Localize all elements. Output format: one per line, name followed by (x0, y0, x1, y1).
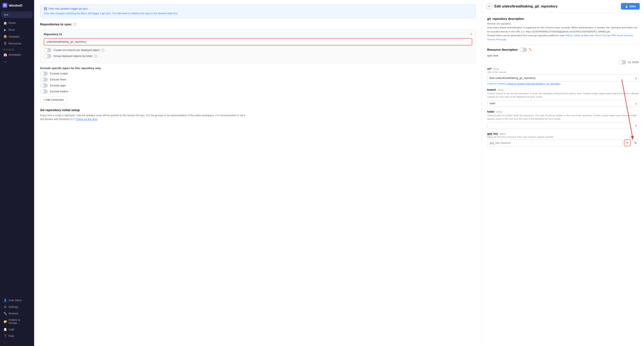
sidebar-item-schedules[interactable]: 📅 Schedules (1, 52, 33, 58)
sidebar-home-label: Home (8, 22, 16, 24)
desc-line-3: Scoped token can be generated from most … (487, 34, 639, 42)
sidebar-add-trigger[interactable]: ＋ (1, 58, 33, 65)
gpg-refresh-button[interactable]: ↻ (632, 140, 639, 146)
sync-test-label: sync test (487, 54, 639, 57)
sidebar-schedules-label: Schedules (8, 53, 21, 56)
home-icon: 🏠 (4, 21, 7, 25)
gpg-key-sublabel: Optional GPG Key resource if the repo re… (487, 136, 639, 138)
exclude-scripts-row: Exclude scripts (40, 72, 476, 76)
exclude-folders-row: Exclude folders (40, 90, 476, 94)
folder-dollar-icon: $ (635, 124, 637, 127)
github-link[interactable]: Github (565, 34, 572, 37)
folder-field-group: folder string Optional path to a folder … (487, 110, 639, 129)
git-setup-section: Git repository initial setup Every time … (40, 108, 476, 121)
sidebar-help-label: Help (8, 334, 14, 338)
sidebar-logo: W Windmill (0, 0, 34, 11)
gpg-add-button[interactable]: + (624, 140, 631, 146)
sidebar-user-label: User (alex) (8, 299, 22, 302)
sidebar: W Windmill test 🏠 Home ▶ Runs 📦 Variable… (0, 0, 34, 346)
save-button[interactable]: 💾 Save (621, 3, 640, 10)
url-dollar-icon: $ (635, 76, 637, 80)
repo-card-close-icon[interactable]: × (470, 32, 472, 36)
create-branch-toggle[interactable] (44, 48, 52, 52)
repo-path-input[interactable]: u/alex/breathtaking_git_repository (44, 38, 472, 46)
repos-info-icon[interactable]: i (73, 22, 76, 26)
create-branch-toggle-row: Create one branch per deployed object i (44, 48, 472, 52)
folder-field-label: folder string (487, 110, 639, 113)
add-connection-button[interactable]: + Add connection (40, 97, 67, 103)
sidebar-item-folders[interactable]: 📁 Folders & Groups... (1, 317, 33, 326)
windmill-logo-icon: W (2, 3, 7, 8)
branch-type-label: string (498, 88, 504, 91)
folders-icon: 📁 (4, 320, 7, 323)
sidebar-back[interactable]: ← (1, 340, 33, 346)
right-panel-header-left: ✕ Edit u/alex/breathtaking_git_repositor… (486, 4, 558, 10)
exclude-apps-row: Exclude apps (40, 84, 476, 88)
url-linked-var: Linked to variable Linked to variable u/… (487, 82, 639, 85)
group-folder-toggle[interactable] (44, 54, 52, 58)
sidebar-item-settings[interactable]: ⚙ Settings (1, 304, 33, 310)
sidebar-item-user[interactable]: 👤 User (alex) (1, 297, 33, 304)
sidebar-item-runs[interactable]: ▶ Runs (1, 27, 33, 33)
edit-icon[interactable]: ✏️ (529, 48, 532, 51)
sidebar-item-workers[interactable]: 🔧 Workers (1, 310, 33, 317)
branch-field-group: branch string Custom branch to use for t… (487, 88, 639, 107)
info-box-body: Only new changes matching the filters wi… (44, 12, 472, 15)
url-field-group: url* string URL of the remote $ Linked t… (487, 68, 639, 85)
workspace-selector[interactable]: test (2, 12, 32, 18)
as-json-toggle[interactable] (618, 60, 626, 64)
exclude-folders-toggle[interactable] (40, 90, 48, 94)
divider-1 (487, 44, 639, 44)
git-docs-link[interactable]: Check out the docs (76, 118, 98, 121)
branch-input[interactable] (487, 100, 639, 107)
sidebar-item-help[interactable]: ❓ Help (1, 333, 33, 339)
url-input[interactable] (487, 75, 639, 82)
group-folder-label: Group deployed objects by folder i (54, 54, 97, 58)
exclude-section-title: Exclude specific types for this reposito… (40, 66, 476, 70)
as-json-label: As JSON (628, 61, 639, 64)
linked-var-link[interactable]: Linked to variable u/alex/breathtaking_g… (506, 82, 560, 85)
git-setup-docs-row: Not familiar with Windmill CLI? Check ou… (40, 117, 476, 121)
exclude-scripts-toggle[interactable] (40, 72, 48, 76)
repo-card: Repository #1 × u/alex/breathtaking_git_… (40, 29, 476, 63)
sidebar-logs-label: Logs (8, 328, 14, 331)
gitlab-link[interactable]: Gitlab (574, 34, 580, 37)
exclude-flows-toggle[interactable] (40, 78, 48, 82)
git-setup-desc-text: Every time a script is deployed, only th… (40, 114, 245, 117)
exclude-apps-toggle[interactable] (40, 84, 48, 88)
repo-card-title: Repository #1 (44, 33, 62, 36)
folder-input[interactable] (487, 122, 639, 129)
folder-type-label: string (496, 110, 502, 113)
sidebar-runs-label: Runs (8, 28, 15, 31)
folder-sublabel: Optional path to a folder inside the rep… (487, 114, 639, 121)
sidebar-item-logs[interactable]: 📋 Logs (1, 326, 33, 332)
sidebar-item-resources[interactable]: 🗄 Resources (1, 40, 33, 47)
sidebar-settings-label: Settings (8, 306, 18, 308)
save-icon: 💾 (625, 5, 628, 8)
resource-desc-toggle[interactable] (520, 48, 527, 52)
gpg-key-input[interactable] (487, 140, 623, 146)
create-branch-info-icon[interactable]: i (101, 49, 104, 52)
gpg-key-type-label: object (500, 132, 506, 135)
repo-card-header: Repository #1 × (44, 32, 472, 36)
right-panel-body: git_repository description Remote Git re… (482, 13, 644, 154)
git-setup-desc: Every time a script is deployed, only th… (40, 114, 476, 117)
right-panel-title: Edit u/alex/breathtaking_git_repository (494, 4, 558, 8)
group-folder-info-icon[interactable]: i (94, 55, 97, 58)
sidebar-variables-label: Variables (8, 35, 20, 38)
branch-input-wrapper: $ (487, 100, 639, 107)
close-panel-button[interactable]: ✕ (486, 4, 492, 10)
branch-sublabel: Custom branch to use for this repository… (487, 92, 639, 99)
right-panel: ✕ Edit u/alex/breathtaking_git_repositor… (482, 0, 644, 346)
bitbucket-link[interactable]: Bitbucket (584, 34, 594, 37)
right-panel-header: ✕ Edit u/alex/breathtaking_git_repositor… (482, 0, 644, 13)
schedules-icon: 📅 (4, 53, 7, 56)
sidebar-item-variables[interactable]: 📦 Variables (1, 34, 33, 40)
url-input-wrapper: $ (487, 75, 639, 82)
main-content: ℹ️ Only new updates trigger git sync Onl… (34, 0, 482, 346)
exclude-apps-label: Exclude apps (50, 84, 66, 87)
url-type-label: string (493, 68, 499, 70)
sidebar-item-home[interactable]: 🏠 Home (1, 20, 33, 26)
azure-devops-pat-link[interactable]: Azure DevOps PAT (595, 34, 616, 37)
gpg-key-field-group: gpg_key object Optional GPG Key resource… (487, 132, 639, 146)
